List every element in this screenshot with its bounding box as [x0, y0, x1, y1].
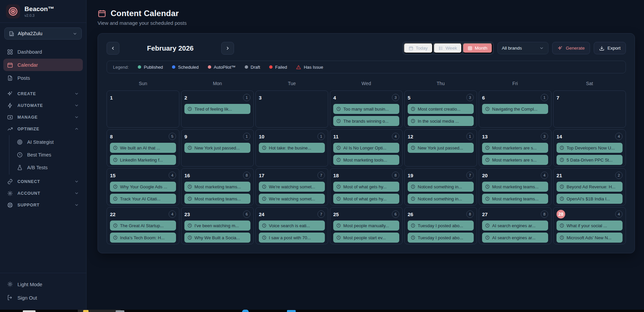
event-pill[interactable]: Most people start ev... — [333, 233, 399, 243]
calendar-day-cell-27[interactable]: 278AI search engines ar...AI search engi… — [479, 207, 551, 244]
sidebar-item-ai-strategist[interactable]: AI Strategist — [9, 136, 81, 148]
calendar-day-cell-19[interactable]: 197Noticed something in...Noticed someth… — [404, 168, 477, 205]
event-pill[interactable]: Beyond Ad Revenue: H... — [557, 182, 623, 192]
generate-button[interactable]: Generate — [552, 42, 590, 54]
event-pill[interactable]: Most people manually... — [333, 221, 399, 231]
calendar-day-cell-16[interactable]: 168Most marketing teams...Most marketing… — [181, 168, 254, 205]
export-button[interactable]: Export — [594, 42, 626, 54]
event-pill[interactable]: Why We Built a Socia... — [184, 233, 250, 243]
sidebar-item-dashboard[interactable]: Dashboard — [3, 46, 83, 58]
sidebar-section-optimize[interactable]: OPTIMIZE — [3, 123, 83, 134]
calendar-day-cell-11[interactable]: 114AI Is No Longer Opti...Most marketing… — [330, 129, 403, 167]
sidebar-item-ab-tests[interactable]: A/B Tests — [9, 161, 81, 174]
event-pill[interactable]: Hot take: the busine... — [259, 143, 325, 153]
event-pill[interactable]: Most marketers are s... — [482, 143, 548, 153]
event-pill[interactable]: AI Is No Longer Opti... — [333, 143, 399, 153]
event-pill[interactable]: India's Tech Boom: H... — [110, 233, 176, 243]
calendar-day-cell-2[interactable]: 21Tired of feeling lik... — [181, 90, 254, 128]
event-pill[interactable]: What if your social ... — [557, 221, 623, 231]
calendar-day-cell-5[interactable]: 53Most content creatio...In the social m… — [404, 90, 477, 128]
view-button-week[interactable]: Week — [433, 43, 462, 53]
event-pill[interactable]: Noticed something in... — [408, 182, 474, 192]
calendar-day-cell-7[interactable]: 7 — [553, 90, 626, 128]
prev-month-button[interactable] — [107, 42, 119, 55]
event-pill[interactable]: In the social media ... — [408, 116, 474, 126]
calendar-day-cell-24[interactable]: 247Voice search is eati...I saw a post w… — [255, 207, 328, 244]
view-button-today[interactable]: Today — [404, 43, 433, 53]
sidebar-section-automate[interactable]: AUTOMATE — [3, 100, 83, 111]
sidebar-item-posts[interactable]: Posts — [3, 72, 83, 84]
event-pill[interactable]: Tuesday I posted abo... — [408, 233, 474, 243]
calendar-day-cell-4[interactable]: 43Too many small busin...The brands winn… — [330, 90, 403, 128]
event-pill[interactable]: AI search engines ar... — [482, 221, 548, 231]
event-pill[interactable]: Most of what gets hy... — [333, 182, 399, 192]
legend-item-draft: Draft — [245, 65, 260, 70]
event-pill[interactable]: Most marketing teams... — [482, 182, 548, 192]
event-pill[interactable]: The brands winning o... — [333, 116, 399, 126]
event-pill[interactable]: I saw a post with 70... — [259, 233, 325, 243]
sidebar-section-account[interactable]: ACCOUNT — [3, 188, 83, 199]
calendar-day-cell-26[interactable]: 268Tuesday I posted abo...Tuesday I post… — [404, 207, 477, 244]
event-pill[interactable]: Most marketing teams... — [482, 194, 548, 204]
event-pill[interactable]: Tired of feeling lik... — [184, 104, 250, 114]
event-pill[interactable]: We built an AI that ... — [110, 143, 176, 153]
brand-filter-select[interactable]: All brands — [497, 42, 548, 54]
event-pill[interactable]: Track Your AI Citati... — [110, 194, 176, 204]
calendar-day-cell-12[interactable]: 121New York just passed... — [404, 129, 477, 167]
sidebar-item-calendar[interactable]: Calendar — [3, 59, 83, 71]
event-pill[interactable]: Too many small busin... — [333, 104, 399, 114]
event-pill[interactable]: New York just passed... — [184, 143, 250, 153]
event-pill[interactable]: Voice search is eati... — [259, 221, 325, 231]
sidebar-section-manage[interactable]: MANAGE — [3, 112, 83, 123]
sidebar-section-connect[interactable]: CONNECT — [3, 176, 83, 187]
sidebar-item-best-times[interactable]: Best Times — [9, 148, 81, 161]
event-pill[interactable]: Navigating the Compl... — [482, 104, 548, 114]
calendar-day-cell-18[interactable]: 188Most of what gets hy...Most of what g… — [330, 168, 403, 205]
calendar-day-cell-1[interactable]: 1 — [107, 90, 179, 128]
event-pill[interactable]: LinkedIn Marketing f... — [110, 155, 176, 165]
calendar-day-cell-14[interactable]: 144Top Developers Now U...5 Data-Driven … — [553, 129, 626, 167]
sidebar-section-create[interactable]: CREATE — [3, 88, 83, 99]
calendar-day-cell-23[interactable]: 236I've been watching m...Why We Built a… — [181, 207, 254, 244]
event-pill[interactable]: New York just passed... — [408, 143, 474, 153]
calendar-day-cell-21[interactable]: 212Beyond Ad Revenue: H...OpenAI's $1B I… — [553, 168, 626, 205]
event-pill[interactable]: 5 Data-Driven PPC St... — [557, 155, 623, 165]
event-pill[interactable]: Most marketing teams... — [184, 194, 250, 204]
calendar-day-cell-22[interactable]: 224The Great AI Startup...India's Tech B… — [107, 207, 179, 244]
calendar-day-cell-17[interactable]: 177We're watching somet...We're watching… — [255, 168, 328, 205]
legend-item-published: Published — [138, 65, 163, 70]
event-pill[interactable]: Top Developers Now U... — [557, 143, 623, 153]
event-pill[interactable]: Most marketers are s... — [482, 155, 548, 165]
event-pill[interactable]: Why Your Google Ads ... — [110, 182, 176, 192]
calendar-day-cell-8[interactable]: 85We built an AI that ...LinkedIn Market… — [107, 129, 179, 167]
sign-out-button[interactable]: Sign Out — [3, 291, 83, 304]
event-pill[interactable]: Most content creatio... — [408, 104, 474, 114]
event-pill[interactable]: Tuesday I posted abo... — [408, 221, 474, 231]
light-mode-toggle[interactable]: Light Mode — [3, 278, 83, 291]
event-pill[interactable]: I've been watching m... — [184, 221, 250, 231]
calendar-day-cell-15[interactable]: 154Why Your Google Ads ...Track Your AI … — [107, 168, 179, 205]
sidebar-section-support[interactable]: SUPPORT — [3, 199, 83, 210]
event-pill[interactable]: Most marketing teams... — [184, 182, 250, 192]
event-pill[interactable]: We're watching somet... — [259, 182, 325, 192]
next-month-button[interactable] — [221, 42, 234, 55]
brand-selector[interactable]: Alpha2Zulu — [4, 27, 82, 40]
today-day-number: 28 — [557, 210, 565, 219]
event-pill[interactable]: Noticed something in... — [408, 194, 474, 204]
event-pill[interactable]: The Great AI Startup... — [110, 221, 176, 231]
event-pill[interactable]: AI search engines ar... — [482, 233, 548, 243]
calendar-day-cell-20[interactable]: 204Most marketing teams...Most marketing… — [479, 168, 551, 205]
view-button-month[interactable]: Month — [463, 43, 492, 53]
event-pill[interactable]: Most marketing tools... — [333, 155, 399, 165]
event-pill[interactable]: We're watching somet... — [259, 194, 325, 204]
event-pill[interactable]: OpenAI's $1B India I... — [557, 194, 623, 204]
calendar-day-cell-6[interactable]: 61Navigating the Compl... — [479, 90, 551, 128]
calendar-day-cell-10[interactable]: 101Hot take: the busine... — [255, 129, 328, 167]
event-pill[interactable]: Microsoft Ads' New N... — [557, 233, 623, 243]
event-pill[interactable]: Most of what gets hy... — [333, 194, 399, 204]
calendar-day-cell-25[interactable]: 256Most people manually...Most people st… — [330, 207, 403, 244]
calendar-day-cell-3[interactable]: 3 — [255, 90, 328, 128]
calendar-day-cell-28[interactable]: 284What if your social ...Microsoft Ads'… — [553, 207, 626, 244]
calendar-day-cell-9[interactable]: 91New York just passed... — [181, 129, 254, 167]
calendar-day-cell-13[interactable]: 133Most marketers are s...Most marketers… — [479, 129, 551, 167]
